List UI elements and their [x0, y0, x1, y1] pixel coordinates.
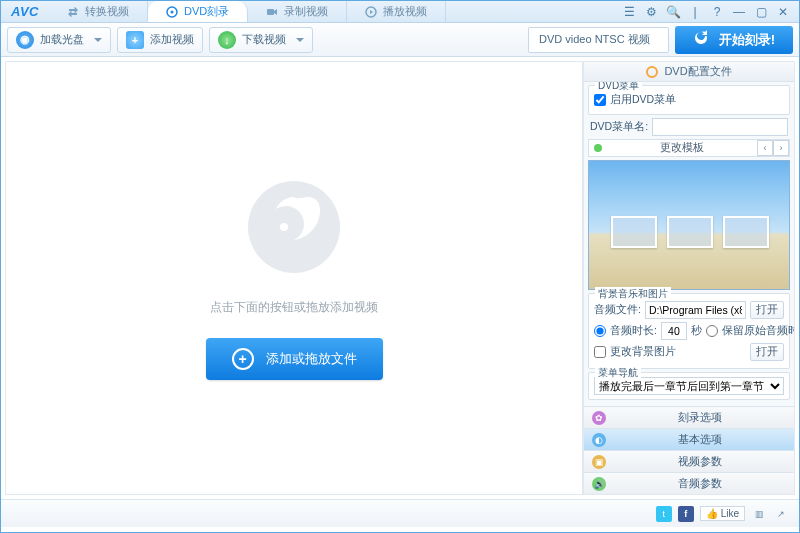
audio-duration-label: 音频时长: — [610, 324, 657, 338]
chevron-down-icon — [94, 38, 102, 42]
change-bg-label: 更改背景图片 — [610, 345, 746, 359]
window-controls: ☰ ⚙ 🔍 | ? — ▢ ✕ — [613, 4, 799, 20]
open-bg-button[interactable]: 打开 — [750, 343, 784, 361]
keep-original-radio[interactable] — [706, 325, 718, 337]
globe-icon: ↓ — [218, 31, 236, 49]
tab-dvd-burn[interactable]: DVD刻录 — [148, 1, 248, 22]
status-dot-icon — [589, 143, 607, 153]
output-profile-select[interactable]: DVD video NTSC 视频 — [528, 27, 669, 53]
add-file-button[interactable]: + 添加或拖放文件 — [206, 338, 383, 380]
audio-file-label: 音频文件: — [594, 303, 641, 317]
drop-area[interactable]: 点击下面的按钮或拖放添加视频 + 添加或拖放文件 — [5, 61, 583, 495]
bg-music-group: 背景音乐和图片 音频文件: 打开 音频时长: 秒 保留原始音频时长 更改背景图片 — [588, 293, 790, 369]
accordion-label: 基本选项 — [614, 432, 786, 447]
audio-icon: 🔊 — [592, 477, 606, 491]
accordion-audio-params[interactable]: 🔊 音频参数 — [584, 472, 794, 494]
button-label: 添加或拖放文件 — [266, 350, 357, 368]
button-label: 开始刻录! — [719, 31, 775, 49]
accordion-label: 视频参数 — [614, 454, 786, 469]
add-video-button[interactable]: + 添加视频 — [117, 27, 203, 53]
menu-nav-group: 菜单导航 播放完最后一章节后回到第一章节 — [588, 372, 790, 400]
popout-icon[interactable]: ↗ — [773, 506, 789, 522]
svg-rect-2 — [267, 9, 274, 15]
keep-original-label: 保留原始音频时长 — [722, 324, 794, 338]
profile-label: DVD video NTSC 视频 — [539, 32, 650, 47]
like-label: Like — [721, 508, 739, 519]
load-disc-button[interactable]: ◉ 加载光盘 — [7, 27, 111, 53]
tab-label: 转换视频 — [85, 4, 129, 19]
app-logo: AVC — [1, 4, 49, 19]
open-audio-button[interactable]: 打开 — [750, 301, 784, 319]
sidebar: DVD配置文件 DVD菜单 启用DVD菜单 DVD菜单名: 更改模板 ‹ › — [583, 61, 795, 495]
gear-icon[interactable]: ⚙ — [643, 4, 659, 20]
enable-menu-checkbox[interactable] — [594, 94, 606, 106]
divider: | — [687, 4, 703, 20]
tab-label: 播放视频 — [383, 4, 427, 19]
svg-point-4 — [248, 181, 340, 273]
preview-thumb — [611, 216, 657, 248]
disc-icon: ◉ — [16, 31, 34, 49]
preview-thumb — [723, 216, 769, 248]
audio-file-input[interactable] — [645, 301, 746, 319]
search-icon[interactable]: 🔍 — [665, 4, 681, 20]
gear-icon: ✿ — [592, 411, 606, 425]
accordion-video-params[interactable]: ▣ 视频参数 — [584, 450, 794, 472]
close-icon[interactable]: ✕ — [775, 4, 791, 20]
flame-icon — [646, 66, 658, 78]
prev-template-button[interactable]: ‹ — [757, 140, 773, 156]
refresh-icon — [693, 30, 709, 49]
chevron-down-icon — [296, 38, 304, 42]
group-legend: 菜单导航 — [595, 366, 641, 380]
accordion-label: 刻录选项 — [614, 410, 786, 425]
sidebar-header: DVD配置文件 — [584, 62, 794, 82]
audio-duration-input[interactable] — [661, 322, 687, 340]
seconds-label: 秒 — [691, 324, 702, 338]
preview-thumb — [667, 216, 713, 248]
dvd-menu-group: DVD菜单 启用DVD菜单 — [588, 85, 790, 115]
tab-convert[interactable]: 转换视频 — [49, 1, 148, 22]
button-label: 添加视频 — [150, 32, 194, 47]
share-icon[interactable]: ▥ — [751, 506, 767, 522]
drop-hint: 点击下面的按钮或拖放添加视频 — [210, 299, 378, 316]
menu-name-label: DVD菜单名: — [590, 120, 648, 134]
like-button[interactable]: 👍 Like — [700, 506, 745, 521]
play-icon — [365, 6, 377, 18]
facebook-icon[interactable]: f — [678, 506, 694, 522]
next-template-button[interactable]: › — [773, 140, 789, 156]
change-bg-checkbox[interactable] — [594, 346, 606, 358]
twitter-icon[interactable]: t — [656, 506, 672, 522]
download-video-button[interactable]: ↓ 下载视频 — [209, 27, 313, 53]
template-preview[interactable] — [588, 160, 790, 290]
tab-label: DVD刻录 — [184, 4, 229, 19]
help-icon[interactable]: ? — [709, 4, 725, 20]
tab-record[interactable]: 录制视频 — [248, 1, 347, 22]
maximize-icon[interactable]: ▢ — [753, 4, 769, 20]
template-label[interactable]: 更改模板 — [607, 141, 757, 155]
tab-play[interactable]: 播放视频 — [347, 1, 446, 22]
plus-icon: + — [232, 348, 254, 370]
thumbs-up-icon: 👍 — [706, 508, 718, 519]
sidebar-title: DVD配置文件 — [664, 64, 731, 79]
minimize-icon[interactable]: — — [731, 4, 747, 20]
menu-icon[interactable]: ☰ — [621, 4, 637, 20]
placeholder-icon — [244, 177, 344, 277]
svg-point-1 — [170, 10, 173, 13]
enable-menu-label: 启用DVD菜单 — [610, 93, 676, 107]
film-icon: + — [126, 31, 144, 49]
footer: t f 👍 Like ▥ ↗ — [1, 499, 799, 527]
accordion-basic-options[interactable]: ◐ 基本选项 — [584, 428, 794, 450]
audio-duration-radio[interactable] — [594, 325, 606, 337]
button-label: 下载视频 — [242, 32, 286, 47]
video-icon: ▣ — [592, 455, 606, 469]
svg-point-5 — [280, 223, 288, 231]
tab-label: 录制视频 — [284, 4, 328, 19]
button-label: 加载光盘 — [40, 32, 84, 47]
accordion-burn-options[interactable]: ✿ 刻录选项 — [584, 406, 794, 428]
menu-name-input[interactable] — [652, 118, 788, 136]
svg-point-6 — [594, 144, 602, 152]
record-icon — [266, 6, 278, 18]
start-burn-button[interactable]: 开始刻录! — [675, 26, 793, 54]
group-legend: 背景音乐和图片 — [595, 287, 671, 301]
accordion-label: 音频参数 — [614, 476, 786, 491]
globe-icon: ◐ — [592, 433, 606, 447]
